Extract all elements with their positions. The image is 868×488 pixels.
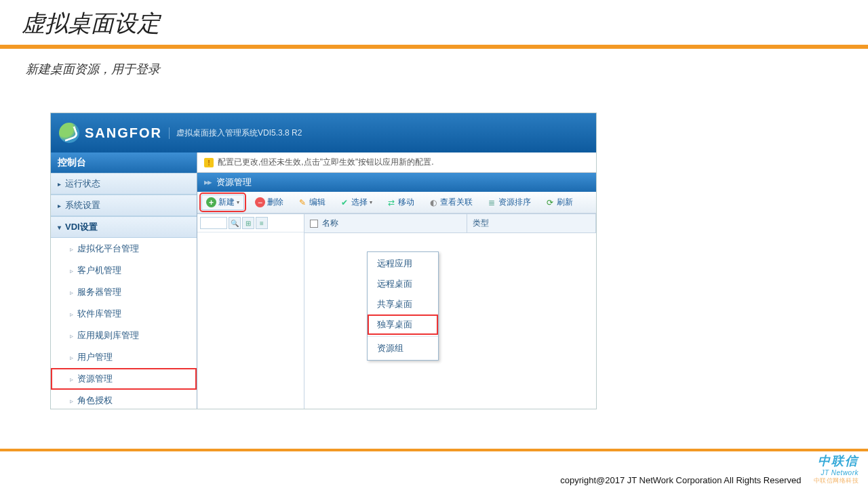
sort-button[interactable]: ≣资源排序 — [484, 195, 534, 209]
relation-icon: ◐ — [428, 197, 438, 207]
col-type[interactable]: 类型 — [467, 214, 596, 232]
sidebar-section-vdi[interactable]: ▾VDI设置 — [51, 216, 197, 238]
move-button[interactable]: ⇄移动 — [383, 195, 417, 209]
main-panel: ! 配置已更改,但还未生效,点击"立即生效"按钮以应用新的配置. ▸▸ 资源管理… — [197, 152, 596, 409]
jt-logo-en: JT Network — [814, 469, 859, 476]
chevron-right-icon: ▹ — [70, 267, 73, 274]
menu-exclusive-desktop[interactable]: 独享桌面 — [368, 314, 438, 335]
warning-text: 配置已更改,但还未生效,点击"立即生效"按钮以应用新的配置. — [218, 157, 434, 168]
slide-subtitle: 新建桌面资源，用于登录 — [0, 49, 868, 77]
search-input[interactable] — [200, 217, 227, 229]
sidebar-section-system[interactable]: ▸系统设置 — [51, 195, 197, 216]
sidebar-item-resources[interactable]: ▹资源管理 — [51, 368, 197, 390]
app-window: SANGFOR 虚拟桌面接入管理系统VDI5.3.8 R2 控制台 ▸运行状态 … — [50, 113, 597, 409]
sidebar-item-client[interactable]: ▹客户机管理 — [51, 260, 197, 281]
collapse-icon[interactable]: ≡ — [256, 217, 268, 229]
breadcrumb-text: 资源管理 — [216, 177, 252, 187]
sangfor-logo-icon — [59, 123, 79, 143]
add-icon: + — [206, 197, 216, 207]
warning-icon: ! — [204, 158, 214, 167]
menu-resource-group[interactable]: 资源组 — [368, 338, 438, 359]
vdi-subitems: ▹虚拟化平台管理 ▹客户机管理 ▹服务器管理 ▹软件库管理 ▹应用规则库管理 ▹… — [51, 238, 197, 409]
chevron-right-icon: ▹ — [70, 245, 73, 253]
slide-footer: copyright@2017 JT NetWork Corporation Al… — [0, 449, 868, 488]
move-icon: ⇄ — [386, 197, 396, 207]
slide-title: 虚拟桌面设定 — [0, 0, 868, 45]
resource-grid: 名称 类型 — [304, 214, 596, 409]
watermark: 中联信网络科技 — [814, 476, 859, 485]
jt-logo: 中联信 JT Network 中联信网络科技 — [814, 453, 859, 485]
dropdown-arrow-icon: ▾ — [237, 199, 239, 205]
menu-remote-app[interactable]: 远程应用 — [368, 253, 438, 274]
edit-icon: ✎ — [297, 197, 307, 207]
menu-separator — [368, 336, 438, 337]
refresh-button[interactable]: ⟳刷新 — [542, 195, 576, 209]
search-icon[interactable]: 🔍 — [229, 217, 241, 229]
new-button[interactable]: +新建 ▾ — [201, 195, 244, 210]
sidebar-item-vplatform[interactable]: ▹虚拟化平台管理 — [51, 238, 197, 260]
chevron-right-icon: ▹ — [70, 332, 73, 340]
jt-logo-cn: 中联信 — [814, 453, 859, 469]
sidebar-item-rules[interactable]: ▹应用规则库管理 — [51, 325, 197, 346]
view-relation-button[interactable]: ◐查看关联 — [425, 195, 475, 209]
chevron-right-icon: ▹ — [70, 375, 73, 383]
tree-toolbar: 🔍 ⊞ ≡ — [197, 214, 304, 232]
app-header: SANGFOR 虚拟桌面接入管理系统VDI5.3.8 R2 — [51, 113, 596, 152]
menu-shared-desktop[interactable]: 共享桌面 — [368, 294, 438, 314]
chevron-right-icon: ▸ — [58, 202, 61, 209]
edit-button[interactable]: ✎编辑 — [294, 195, 328, 209]
chevron-down-icon: ▾ — [58, 224, 61, 231]
sidebar-item-users[interactable]: ▹用户管理 — [51, 346, 197, 368]
chevron-right-icon: ▹ — [70, 310, 73, 318]
list-icon: ≣ — [486, 197, 496, 207]
breadcrumb-bar: ▸▸ 资源管理 — [197, 173, 596, 192]
chevron-right-icon: ▹ — [70, 397, 73, 405]
delete-icon: − — [255, 197, 265, 207]
sidebar-title: 控制台 — [51, 152, 197, 173]
sidebar-item-roles[interactable]: ▹角色授权 — [51, 390, 197, 409]
app-subtitle: 虚拟桌面接入管理系统VDI5.3.8 R2 — [169, 127, 302, 139]
brand-text: SANGFOR — [85, 125, 162, 141]
warning-bar: ! 配置已更改,但还未生效,点击"立即生效"按钮以应用新的配置. — [197, 152, 596, 173]
check-icon: ✔ — [339, 197, 349, 207]
refresh-icon: ⟳ — [545, 197, 555, 207]
sidebar-item-server[interactable]: ▹服务器管理 — [51, 281, 197, 303]
col-name[interactable]: 名称 — [304, 214, 467, 232]
menu-remote-desktop[interactable]: 远程桌面 — [368, 274, 438, 294]
delete-button[interactable]: −删除 — [252, 195, 286, 209]
sidebar: 控制台 ▸运行状态 ▸系统设置 ▾VDI设置 ▹虚拟化平台管理 ▹客户机管理 ▹… — [51, 152, 197, 409]
chevron-right-icon: ▸ — [58, 180, 61, 188]
chevron-right-icon: ▹ — [70, 354, 73, 361]
chevron-right-icon: ▹ — [70, 289, 73, 296]
resource-tree-panel: 🔍 ⊞ ≡ — [197, 214, 304, 409]
new-dropdown-menu: 远程应用 远程桌面 共享桌面 独享桌面 资源组 — [367, 251, 439, 361]
select-button[interactable]: ✔选择 ▾ — [336, 195, 375, 209]
expand-icon[interactable]: ⊞ — [242, 217, 254, 229]
sidebar-section-status[interactable]: ▸运行状态 — [51, 173, 197, 195]
copyright-text: copyright@2017 JT NetWork Corporation Al… — [560, 475, 801, 485]
dropdown-arrow-icon: ▾ — [370, 199, 372, 205]
sidebar-item-software[interactable]: ▹软件库管理 — [51, 303, 197, 325]
select-all-checkbox[interactable] — [310, 220, 318, 228]
grid-header: 名称 类型 — [304, 214, 596, 233]
toolbar: +新建 ▾ −删除 ✎编辑 ✔选择 ▾ ⇄移动 ◐查看关联 ≣资源排序 ⟳刷新 — [197, 192, 596, 214]
chevrons-icon: ▸▸ — [204, 177, 211, 187]
